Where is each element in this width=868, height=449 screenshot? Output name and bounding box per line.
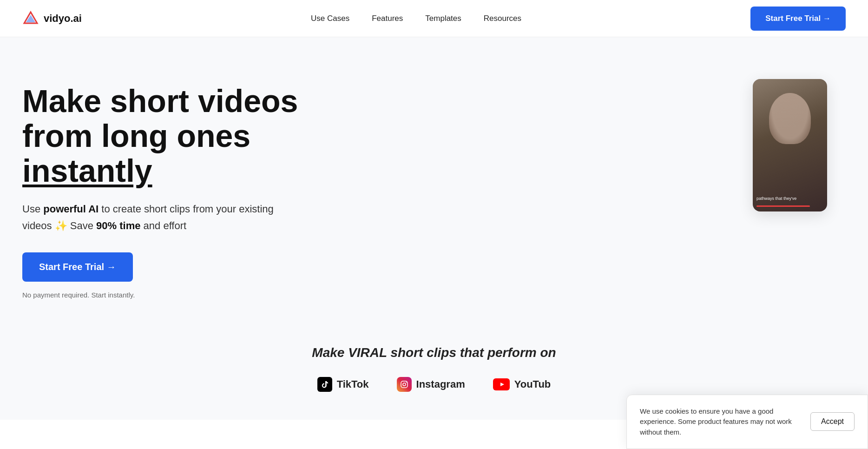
nav-templates[interactable]: Templates (425, 14, 461, 23)
nav-features[interactable]: Features (372, 14, 403, 23)
nav-start-free-trial-button[interactable]: Start Free Trial → (750, 7, 846, 31)
social-headline-viral: VIRAL (348, 345, 387, 360)
tiktok-svg (320, 380, 329, 389)
social-proof-headline: Make VIRAL short clips that perform on (22, 345, 846, 360)
hero-sub-bold2: 90% time (96, 220, 140, 231)
svg-point-4 (406, 382, 407, 383)
youtube-label: YouTub (514, 378, 551, 390)
headline-line2: from long ones (22, 118, 250, 153)
hero-sub-bold1: powerful AI (43, 203, 99, 215)
instagram-svg (400, 380, 409, 389)
video-progress-bar (756, 205, 810, 207)
video-caption: pathways that they've (756, 196, 823, 202)
youtube-svg (498, 382, 505, 387)
instagram-logo: Instagram (397, 377, 465, 392)
social-headline-prefix: Make (312, 345, 348, 360)
social-headline-suffix: short clips that perform on (387, 345, 556, 360)
svg-marker-5 (500, 383, 504, 386)
youtube-icon (493, 378, 510, 390)
hero-start-free-trial-button[interactable]: Start Free Trial → (22, 252, 133, 282)
hero-section: Make short videos from long ones instant… (0, 37, 868, 327)
logo-text: vidyo.ai (44, 13, 82, 25)
cookie-banner: We use cookies to ensure you have a good… (626, 395, 868, 420)
social-logos-row: TikTok Instagram YouTub (22, 377, 846, 392)
logo-link[interactable]: vidyo.ai (22, 10, 82, 27)
hero-no-payment-text: No payment required. Start instantly. (22, 291, 298, 299)
hero-content: Make short videos from long ones instant… (22, 74, 298, 299)
youtube-logo: YouTub (493, 378, 551, 390)
hero-video-area: pathways that they've (298, 74, 846, 211)
vidyo-logo-icon (22, 10, 39, 27)
instagram-label: Instagram (416, 378, 465, 390)
cookie-banner-text: We use cookies to ensure you have a good… (640, 406, 799, 420)
hero-headline: Make short videos from long ones instant… (22, 84, 298, 188)
cookie-accept-button[interactable]: Accept (810, 412, 855, 420)
headline-line3: instantly (22, 153, 152, 188)
nav-links: Use Cases Features Templates Resources (311, 14, 521, 23)
instagram-icon (397, 377, 412, 392)
svg-point-3 (403, 383, 406, 386)
hero-video-card: pathways that they've (753, 79, 827, 211)
hero-subtext: Use powerful AI to create short clips fr… (22, 201, 283, 233)
hero-sub-prefix: Use (22, 203, 43, 215)
nav-use-cases[interactable]: Use Cases (311, 14, 349, 23)
headline-line1: Make short videos (22, 83, 298, 119)
video-card-inner: pathways that they've (753, 79, 827, 211)
nav-resources[interactable]: Resources (484, 14, 521, 23)
tiktok-logo: TikTok (317, 377, 369, 392)
tiktok-icon (317, 377, 332, 392)
navbar: vidyo.ai Use Cases Features Templates Re… (0, 0, 868, 37)
tiktok-label: TikTok (337, 378, 369, 390)
hero-sub-suffix: and effort (140, 220, 186, 231)
